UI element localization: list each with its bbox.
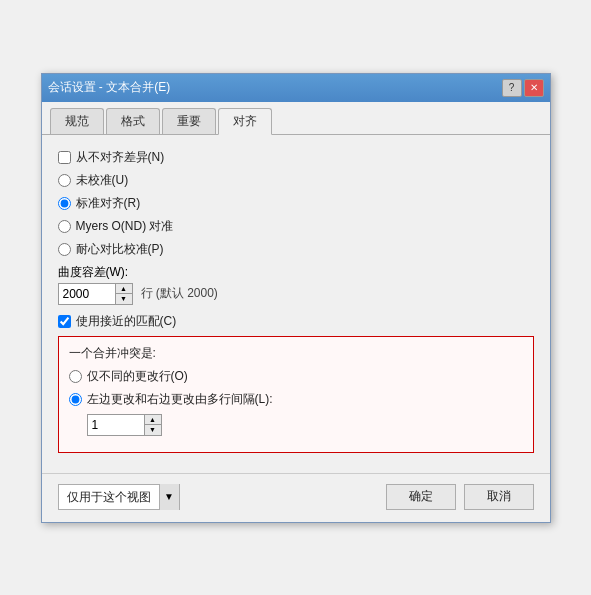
view-dropdown[interactable]: 仅用于这个视图 ▼ — [58, 484, 180, 510]
tab-guifan[interactable]: 规范 — [50, 108, 104, 134]
footer-left: 仅用于这个视图 ▼ — [58, 484, 180, 510]
conflict-spinner-up[interactable]: ▲ — [145, 415, 161, 425]
ok-button[interactable]: 确定 — [386, 484, 456, 510]
checkbox-row-1: 从不对齐差异(N) — [58, 149, 534, 166]
conflict-radio-multi-line-label[interactable]: 左边更改和右边更改由多行间隔(L): — [87, 391, 273, 408]
curve-spinner-up[interactable]: ▲ — [116, 284, 132, 294]
checkbox-nearest-match[interactable] — [58, 315, 71, 328]
radio-uncalibrated-label[interactable]: 未校准(U) — [76, 172, 129, 189]
radio-myers-label[interactable]: Myers O(ND) 对准 — [76, 218, 174, 235]
checkbox-nearest-match-label[interactable]: 使用接近的匹配(C) — [76, 313, 177, 330]
dialog: 会话设置 - 文本合并(E) ? ✕ 规范 格式 重要 对齐 从不对齐差异(N)… — [41, 73, 551, 523]
checkbox-no-align[interactable] — [58, 151, 71, 164]
tab-zhongyao[interactable]: 重要 — [162, 108, 216, 134]
radio-patience[interactable] — [58, 243, 71, 256]
conflict-box-title: 一个合并冲突是: — [69, 345, 523, 362]
radio-standard[interactable] — [58, 197, 71, 210]
help-button[interactable]: ? — [502, 79, 522, 97]
tab-geshi[interactable]: 格式 — [106, 108, 160, 134]
radio-uncalibrated[interactable] — [58, 174, 71, 187]
close-button[interactable]: ✕ — [524, 79, 544, 97]
title-bar-buttons: ? ✕ — [502, 79, 544, 97]
curve-spinner-container: ▲ ▼ 行 (默认 2000) — [58, 283, 534, 305]
conflict-radio-multi-line[interactable] — [69, 393, 82, 406]
content-area: 从不对齐差异(N) 未校准(U) 标准对齐(R) Myers O(ND) 对准 … — [42, 135, 550, 473]
curve-spinner-hint: 行 (默认 2000) — [141, 285, 218, 302]
tab-duiqi[interactable]: 对齐 — [218, 108, 272, 135]
curve-spinner-buttons: ▲ ▼ — [116, 283, 133, 305]
conflict-radio-row-2: 左边更改和右边更改由多行间隔(L): — [69, 391, 523, 408]
radio-row-2: 标准对齐(R) — [58, 195, 534, 212]
radio-standard-label[interactable]: 标准对齐(R) — [76, 195, 141, 212]
radio-myers[interactable] — [58, 220, 71, 233]
title-bar: 会话设置 - 文本合并(E) ? ✕ — [42, 74, 550, 102]
radio-row-1: 未校准(U) — [58, 172, 534, 189]
tabs-container: 规范 格式 重要 对齐 — [42, 102, 550, 135]
conflict-box: 一个合并冲突是: 仅不同的更改行(O) 左边更改和右边更改由多行间隔(L): ▲… — [58, 336, 534, 453]
conflict-spinner-down[interactable]: ▼ — [145, 425, 161, 435]
checkbox-row-2: 使用接近的匹配(C) — [58, 313, 534, 330]
radio-row-3: Myers O(ND) 对准 — [58, 218, 534, 235]
cancel-button[interactable]: 取消 — [464, 484, 534, 510]
radio-patience-label[interactable]: 耐心对比校准(P) — [76, 241, 164, 258]
radio-row-4: 耐心对比校准(P) — [58, 241, 534, 258]
curve-tolerance-label: 曲度容差(W): — [58, 264, 534, 281]
conflict-radio-only-diff-label[interactable]: 仅不同的更改行(O) — [87, 368, 188, 385]
conflict-radio-only-diff[interactable] — [69, 370, 82, 383]
checkbox-no-align-label[interactable]: 从不对齐差异(N) — [76, 149, 165, 166]
conflict-spinner-input[interactable] — [87, 414, 145, 436]
curve-spinner-down[interactable]: ▼ — [116, 294, 132, 304]
footer: 仅用于这个视图 ▼ 确定 取消 — [42, 473, 550, 522]
title-bar-text: 会话设置 - 文本合并(E) — [48, 79, 171, 96]
footer-right: 确定 取消 — [386, 484, 534, 510]
conflict-radio-row-1: 仅不同的更改行(O) — [69, 368, 523, 385]
dropdown-arrow-icon[interactable]: ▼ — [159, 484, 179, 510]
curve-spinner-input[interactable] — [58, 283, 116, 305]
conflict-spinner-buttons: ▲ ▼ — [145, 414, 162, 436]
conflict-spinner-container: ▲ ▼ — [87, 414, 523, 436]
view-dropdown-text: 仅用于这个视图 — [59, 484, 159, 510]
